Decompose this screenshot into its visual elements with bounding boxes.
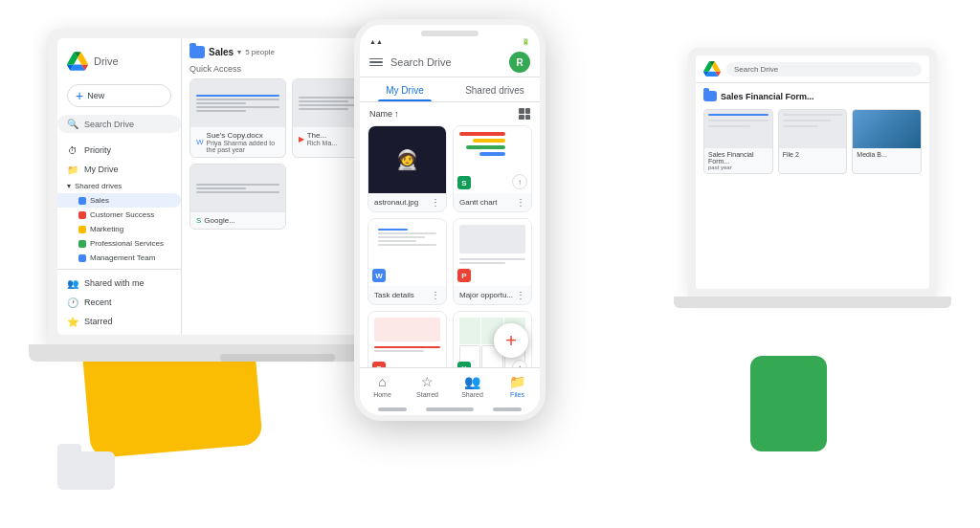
sidebar-item-marketing[interactable]: Marketing (57, 222, 181, 236)
ppt-content (374, 318, 440, 367)
sidebar-item-recent[interactable]: 🕐 Recent (57, 293, 181, 312)
sidebar-shared-drives[interactable]: ▾ Shared drives (57, 179, 181, 193)
hamburger-menu[interactable] (369, 58, 383, 67)
file-name: astronaut.jpg (374, 198, 418, 207)
sidebar-item-customer-success[interactable]: Customer Success (57, 208, 181, 222)
recent-icon: 🕐 (67, 297, 78, 308)
rl-file-card-media[interactable]: Media B... (852, 109, 922, 174)
file-name: Google... (204, 216, 234, 225)
sidebar-item-label: My Drive (84, 165, 119, 174)
file-card-sues-copy[interactable]: W Sue's Copy.docx Priya Sharma added to … (189, 78, 286, 158)
file-more-options[interactable]: ⋮ (516, 290, 525, 300)
new-plus-icon: + (76, 89, 83, 102)
rl-file-card-1[interactable]: Sales Financial Form... past year (703, 109, 773, 174)
file-thumb (190, 165, 285, 212)
user-avatar[interactable]: R (509, 52, 530, 73)
management-folder-icon (78, 254, 86, 262)
file-card-google[interactable]: S Google... (189, 164, 286, 230)
ppt-line (374, 350, 424, 352)
card-line (708, 125, 750, 127)
drive-logo-icon (67, 52, 88, 71)
sheets-app-badge: S (457, 176, 471, 189)
ppt-app-badge: P (372, 362, 386, 367)
rl-breadcrumb-title: Sales Financial Form... (721, 92, 814, 101)
thumb-content (190, 89, 285, 118)
laptop-search-bar[interactable]: 🔍 Search Drive (57, 115, 181, 133)
sharedwithme-icon: 👥 (67, 277, 78, 289)
sidebar-logo-text: Drive (94, 55, 119, 67)
right-laptop-screen: Search Drive Sales Financial Form... (696, 55, 929, 289)
home-button[interactable] (426, 407, 474, 411)
sort-button[interactable]: Name ↑ (369, 109, 399, 119)
file-more-options[interactable]: ⋮ (516, 197, 525, 208)
gantt-bar (479, 152, 506, 156)
search-icon: 🔍 (67, 119, 78, 129)
thumb-content (190, 178, 285, 199)
nav-starred[interactable]: ☆ Starred (405, 372, 450, 400)
nav-shared[interactable]: 👥 Shared (450, 372, 495, 400)
rl-card-thumb (704, 110, 772, 148)
mydrive-icon: 📁 (67, 164, 78, 175)
doc-line (459, 262, 505, 264)
rl-search-bar[interactable]: Search Drive (726, 62, 922, 77)
folder-decoration (57, 444, 115, 490)
customer-folder-icon (78, 211, 86, 219)
card-line (783, 120, 831, 121)
file-name: Major opportu... (459, 291, 513, 299)
breadcrumb-chevron: ▾ (237, 48, 241, 56)
file-card-my-document[interactable]: P My Document ⋮ (368, 311, 447, 367)
sidebar-item-starred[interactable]: ⭐ Starred (57, 312, 181, 331)
cell (459, 318, 480, 344)
file-card-astronaut[interactable]: 🧑‍🚀 astronaut.jpg ⋮ (368, 125, 447, 212)
file-card-gantt[interactable]: S ↑ Gantt chart ⋮ (453, 125, 532, 212)
new-button[interactable]: + New (67, 84, 171, 107)
file-more-options[interactable]: ⋮ (431, 197, 440, 208)
thumb-line (196, 110, 246, 112)
professional-folder-icon (78, 240, 86, 248)
sidebar-item-priority[interactable]: ⏱ Priority (57, 141, 181, 160)
nav-home[interactable]: ⌂ Home (360, 372, 405, 400)
sidebar-item-trash[interactable]: 🗑 Trash (57, 331, 181, 335)
sidebar-item-professional-services[interactable]: Professional Services (57, 236, 181, 251)
sort-arrow-icon: ↑ (394, 109, 399, 119)
rl-file-card-2[interactable]: File 2 (778, 109, 848, 174)
file-card-details: The... Rich Ma... (307, 131, 338, 146)
sidebar-item-label: Customer Success (90, 210, 154, 219)
drive-logo-small (703, 61, 721, 77)
phone-search-input[interactable]: Search Drive (390, 56, 501, 68)
breadcrumb-subtitle: 5 people (245, 48, 275, 56)
gantt-bar (459, 132, 505, 136)
file-thumbnail: S ↑ (454, 126, 531, 193)
recents-button[interactable] (493, 407, 522, 411)
thumb-line (299, 108, 348, 110)
rl-folder-icon (703, 91, 717, 101)
thumb-line (196, 106, 279, 108)
file-card-task-details[interactable]: W Task details ⋮ (368, 218, 447, 305)
tab-shared-drives[interactable]: Shared drives (450, 77, 540, 101)
back-button[interactable] (378, 407, 407, 411)
doc-line (378, 229, 408, 231)
sidebar-item-sharedwithme[interactable]: 👥 Shared with me (57, 274, 181, 293)
nav-label: Starred (416, 391, 438, 398)
file-name: Sue's Copy.docx (207, 131, 279, 140)
thumb-line (196, 95, 279, 97)
sidebar-item-mydrive[interactable]: 📁 My Drive (57, 160, 181, 179)
doc-line (378, 232, 436, 234)
grid-view-toggle[interactable] (519, 108, 530, 120)
ppt-line (374, 346, 440, 348)
rl-file-name: Sales Financial Form... (708, 151, 753, 165)
rl-card-thumb (779, 110, 847, 148)
fab-button[interactable]: + (494, 323, 528, 358)
nav-label: Home (373, 391, 391, 398)
slides-app-badge: P (457, 269, 471, 282)
nav-files[interactable]: 📁 Files (495, 372, 540, 400)
sidebar-item-sales[interactable]: Sales (57, 193, 181, 208)
file-card-info: S Google... (190, 212, 285, 229)
sidebar-item-label: Starred (84, 317, 113, 326)
file-more-options[interactable]: ⋮ (431, 290, 440, 300)
shared-nav-icon: 👥 (464, 374, 480, 389)
file-thumbnail: P (454, 219, 531, 286)
tab-my-drive[interactable]: My Drive (360, 77, 450, 101)
file-card-major-opportu[interactable]: P Major opportu... ⋮ (453, 218, 532, 305)
sidebar-item-management-team[interactable]: Management Team (57, 251, 181, 265)
